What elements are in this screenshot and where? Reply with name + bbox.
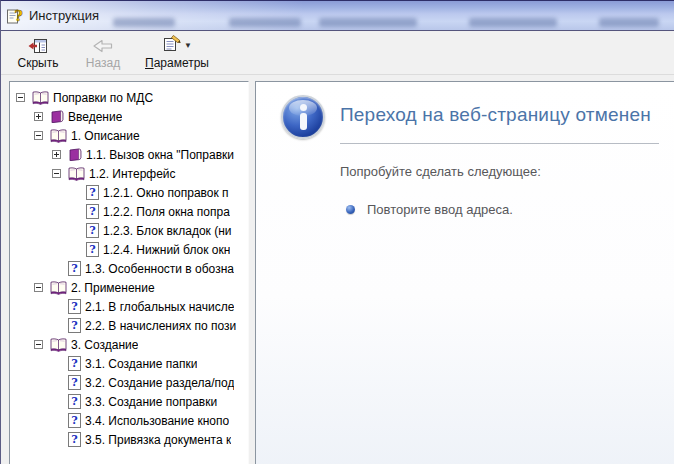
book-open-icon	[50, 281, 67, 295]
page-title: Переход на веб-страницу отменен	[340, 104, 651, 126]
tree-item-label: Поправки по МДС	[53, 91, 153, 105]
suggestion-text: Повторите ввод адреса.	[367, 202, 513, 217]
tree-item[interactable]: Введение	[11, 107, 247, 126]
options-page-icon	[162, 35, 182, 56]
dropdown-arrow-icon: ▼	[184, 42, 192, 50]
tree-item[interactable]: 3. Создание	[11, 335, 247, 354]
tree-item-label: 2.1. В глобальных начисле	[85, 300, 234, 314]
book-closed-icon	[68, 148, 82, 161]
collapse-box-icon[interactable]	[34, 283, 50, 292]
suggestion-list: Повторите ввод адреса.	[346, 200, 513, 218]
background-blur	[599, 18, 659, 27]
svg-text:?: ?	[71, 395, 77, 408]
tree-item-label: Введение	[68, 110, 122, 124]
tree-item[interactable]: ?1.2.4. Нижний блок окн	[11, 240, 247, 259]
tree-item-label: 1.2.2. Поля окна попра	[103, 205, 230, 219]
hide-pane-icon	[28, 37, 48, 54]
tree-item-label: 3.4. Использование кнопо	[85, 414, 229, 428]
tree-item-label: 1.2. Интерфейс	[89, 167, 176, 181]
intro-text: Попробуйте сделать следующее:	[340, 164, 541, 179]
tree-item[interactable]: ?1.2.2. Поля окна попра	[11, 202, 247, 221]
tree-item[interactable]: ?1.2.3. Блок вкладок (ни	[11, 221, 247, 240]
book-open-icon	[50, 129, 67, 143]
topic-icon: ?	[68, 432, 81, 447]
tree-item[interactable]: ?3.1. Создание папки	[11, 354, 247, 373]
topic-icon: ?	[86, 223, 99, 238]
background-blur	[113, 18, 175, 27]
back-button[interactable]: Назад	[75, 34, 131, 73]
topic-icon: ?	[86, 185, 99, 200]
tree-item[interactable]: 1. Описание	[11, 126, 247, 145]
tree-item[interactable]: 1.2. Интерфейс	[11, 164, 247, 183]
svg-text:?: ?	[71, 319, 77, 332]
toolbar: Скрыть Назад	[1, 32, 674, 75]
topic-icon: ?	[86, 242, 99, 257]
topic-icon: ?	[68, 261, 81, 276]
topic-icon: ?	[68, 299, 81, 314]
bullet-icon	[346, 205, 355, 214]
collapse-box-icon[interactable]	[34, 131, 50, 140]
expand-box-icon[interactable]	[52, 150, 68, 159]
content-pane: Переход на веб-страницу отменен Попробуй…	[255, 81, 674, 464]
help-window-icon: ?	[6, 7, 24, 25]
hide-button[interactable]: Скрыть	[9, 34, 67, 73]
toc-tree-pane: Поправки по МДСВведение1. Описание1.1. В…	[9, 81, 249, 464]
suggestion-item: Повторите ввод адреса.	[346, 200, 513, 218]
tree-item[interactable]: ?3.4. Использование кнопо	[11, 411, 247, 430]
svg-text:?: ?	[71, 357, 77, 370]
collapse-box-icon[interactable]	[34, 340, 50, 349]
back-arrow-icon	[92, 37, 114, 54]
main-area: Поправки по МДСВведение1. Описание1.1. В…	[1, 76, 674, 464]
tree-item[interactable]: ?3.3. Создание поправки	[11, 392, 247, 411]
window-title: Инструкция	[29, 8, 99, 23]
hide-button-label: Скрыть	[18, 56, 59, 70]
tree-item-label: 3.2. Создание раздела/под	[85, 376, 234, 390]
book-open-icon	[68, 167, 85, 181]
tree-item[interactable]: ?2.2. В начислениях по пози	[11, 316, 247, 335]
tree-item-label: 2. Применение	[71, 281, 155, 295]
book-open-icon	[32, 91, 49, 105]
background-blur	[229, 18, 301, 27]
tree-item[interactable]: 2. Применение	[11, 278, 247, 297]
svg-text:?: ?	[89, 205, 95, 218]
tree-item-label: 3.5. Привязка документа к	[85, 433, 231, 447]
tree-item-label: 2.2. В начислениях по пози	[85, 319, 236, 333]
tree-item[interactable]: ?3.5. Привязка документа к	[11, 430, 247, 449]
svg-text:?: ?	[14, 8, 22, 24]
collapse-box-icon[interactable]	[16, 93, 32, 102]
book-open-icon	[50, 338, 67, 352]
topic-icon: ?	[68, 318, 81, 333]
topic-icon: ?	[68, 394, 81, 409]
tree-item-label: 1. Описание	[71, 129, 140, 143]
tree-item[interactable]: ?3.2. Создание раздела/под	[11, 373, 247, 392]
tree-item-label: 1.2.4. Нижний блок окн	[103, 243, 230, 257]
svg-text:?: ?	[89, 186, 95, 199]
topic-icon: ?	[68, 375, 81, 390]
tree-item-label: 1.1. Вызов окна "Поправки	[86, 148, 234, 162]
svg-text:?: ?	[89, 243, 95, 256]
tree-item[interactable]: ?2.1. В глобальных начисле	[11, 297, 247, 316]
heading-separator	[340, 143, 659, 144]
tree-item[interactable]: Поправки по МДС	[11, 88, 247, 107]
tree-item[interactable]: 1.1. Вызов окна "Поправки	[11, 145, 247, 164]
collapse-box-icon[interactable]	[52, 169, 68, 178]
tree-item-label: 3. Создание	[71, 338, 138, 352]
toc-tree[interactable]: Поправки по МДСВведение1. Описание1.1. В…	[11, 83, 247, 464]
expand-box-icon[interactable]	[34, 112, 50, 121]
svg-text:?: ?	[71, 433, 77, 446]
svg-text:?: ?	[71, 376, 77, 389]
title-bar[interactable]: ? Инструкция	[1, 1, 674, 31]
topic-icon: ?	[68, 413, 81, 428]
tree-item[interactable]: ?1.3. Особенности в обозна	[11, 259, 247, 278]
topic-icon: ?	[68, 356, 81, 371]
back-button-label: Назад	[86, 56, 120, 70]
book-closed-icon	[50, 110, 64, 123]
options-button[interactable]: ▼ Параметры	[139, 34, 215, 73]
topic-icon: ?	[86, 204, 99, 219]
svg-text:?: ?	[71, 414, 77, 427]
options-button-label: Параметры	[145, 56, 209, 70]
tree-item-label: 1.2.1. Окно поправок п	[103, 186, 229, 200]
tree-item[interactable]: ?1.2.1. Окно поправок п	[11, 183, 247, 202]
info-icon	[281, 95, 325, 139]
help-viewer-window: ? Инструкция Скрыть	[0, 0, 674, 464]
